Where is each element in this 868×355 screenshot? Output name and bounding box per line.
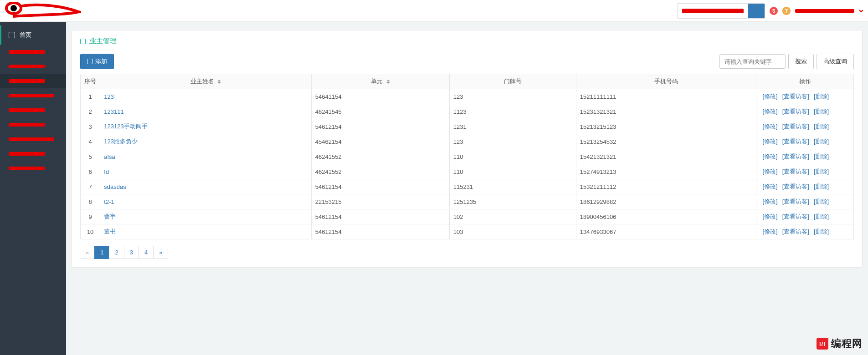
- sidebar-item-redacted-3-active[interactable]: [0, 74, 66, 88]
- edit-link[interactable]: [修改]: [762, 108, 777, 115]
- view-visitor-link[interactable]: [查看访客]: [782, 108, 809, 115]
- cell-ops: [修改][查看访客][删除]: [756, 164, 854, 179]
- cell-ops: [修改][查看访客][删除]: [756, 104, 854, 119]
- owner-link[interactable]: 董书: [104, 228, 116, 235]
- cell-name: 123: [100, 89, 312, 104]
- table-row: 212311146241545112315231321321[修改][查看访客]…: [81, 104, 854, 119]
- label-redacted: [9, 123, 45, 127]
- search-button[interactable]: 搜索: [788, 54, 814, 69]
- view-visitor-link[interactable]: [查看访客]: [782, 123, 809, 130]
- view-visitor-link[interactable]: [查看访客]: [782, 183, 809, 190]
- owner-link[interactable]: 123123手动阀手: [104, 123, 147, 130]
- advanced-search-button[interactable]: 高级查询: [817, 54, 854, 69]
- view-visitor-link[interactable]: [查看访客]: [782, 168, 809, 175]
- page-1: 1: [95, 246, 109, 259]
- cell-name: 123123手动阀手: [100, 119, 312, 134]
- table-row: 5afsa4624155211015421321321[修改][查看访客][删除…: [81, 149, 854, 164]
- edit-link[interactable]: [修改]: [762, 213, 777, 220]
- page-1-link[interactable]: 1: [94, 246, 109, 259]
- cell-phone: 13476933067: [576, 224, 756, 239]
- owner-link[interactable]: sdasdas: [104, 183, 126, 190]
- owner-link[interactable]: fd: [104, 168, 109, 175]
- view-visitor-link[interactable]: [查看访客]: [782, 198, 809, 205]
- cell-unit: 46241552: [311, 149, 449, 164]
- cell-door: 115231: [449, 179, 576, 194]
- view-visitor-link[interactable]: [查看访客]: [782, 213, 809, 220]
- sidebar-item-redacted-5[interactable]: [0, 103, 66, 117]
- sidebar-item-redacted-4[interactable]: [0, 88, 66, 103]
- view-visitor-link[interactable]: [查看访客]: [782, 153, 809, 160]
- page-next-link[interactable]: »: [153, 246, 168, 259]
- cell-name: 曹宇: [100, 209, 312, 224]
- delete-link[interactable]: [删除]: [814, 183, 829, 190]
- cell-name: t2-1: [100, 194, 312, 209]
- caret-down-icon[interactable]: [859, 9, 863, 13]
- sidebar-item-redacted-9[interactable]: [0, 161, 66, 176]
- edit-link[interactable]: [修改]: [762, 123, 777, 130]
- delete-link[interactable]: [删除]: [814, 198, 829, 205]
- th-phone[interactable]: 手机号码: [576, 74, 756, 89]
- logo-redacted: [4, 2, 81, 20]
- owner-link[interactable]: 123胜多负少: [104, 138, 138, 145]
- cell-door: 1231: [449, 119, 576, 134]
- sidebar-item-redacted-6[interactable]: [0, 117, 66, 132]
- view-visitor-link[interactable]: [查看访客]: [782, 228, 809, 235]
- cell-phone: 15211111111: [576, 89, 756, 104]
- cell-door: 110: [449, 164, 576, 179]
- cell-seq: 4: [81, 134, 100, 149]
- sidebar-item-home[interactable]: 首页: [0, 25, 66, 45]
- watermark: l/l 编程网: [817, 337, 863, 350]
- table-row: 3123123手动阀手54612154123115213215123[修改][查…: [81, 119, 854, 134]
- add-icon: [87, 59, 92, 64]
- view-visitor-link[interactable]: [查看访客]: [782, 93, 809, 100]
- th-ops: 操作: [756, 74, 854, 89]
- owner-link[interactable]: 123111: [104, 108, 123, 115]
- owner-link[interactable]: 123: [104, 93, 114, 100]
- sidebar-item-redacted-2[interactable]: [0, 59, 66, 74]
- th-seq[interactable]: 序号: [81, 74, 100, 89]
- messages-badge[interactable]: 7: [782, 7, 791, 15]
- delete-link[interactable]: [删除]: [814, 213, 829, 220]
- delete-link[interactable]: [删除]: [814, 168, 829, 175]
- view-visitor-link[interactable]: [查看访客]: [782, 138, 809, 145]
- page-2-link[interactable]: 2: [109, 246, 124, 259]
- edit-link[interactable]: [修改]: [762, 93, 777, 100]
- cell-unit: 54612154: [311, 224, 449, 239]
- add-button[interactable]: 添加: [80, 54, 114, 69]
- cell-phone: 15321211112: [576, 179, 756, 194]
- delete-link[interactable]: [删除]: [814, 123, 829, 130]
- sidebar-item-redacted-1[interactable]: [0, 45, 66, 59]
- topsearch-button[interactable]: [748, 4, 765, 18]
- delete-link[interactable]: [删除]: [814, 93, 829, 100]
- sidebar-item-redacted-7[interactable]: [0, 132, 66, 147]
- edit-link[interactable]: [修改]: [762, 138, 777, 145]
- page-4: 4: [139, 246, 154, 259]
- edit-link[interactable]: [修改]: [762, 228, 777, 235]
- cell-seq: 7: [81, 179, 100, 194]
- notifications-badge[interactable]: 5: [770, 7, 778, 15]
- owner-link[interactable]: 曹宇: [104, 213, 116, 220]
- search-input[interactable]: [719, 54, 786, 69]
- th-door[interactable]: 门牌号: [449, 74, 576, 89]
- owner-link[interactable]: afsa: [104, 153, 115, 160]
- delete-link[interactable]: [删除]: [814, 228, 829, 235]
- edit-link[interactable]: [修改]: [762, 198, 777, 205]
- owner-link[interactable]: t2-1: [104, 198, 114, 205]
- edit-link[interactable]: [修改]: [762, 153, 777, 160]
- th-unit[interactable]: 单元: [311, 74, 449, 89]
- page-prev-link[interactable]: «: [80, 246, 95, 259]
- user-menu-redacted[interactable]: [795, 9, 854, 13]
- th-name[interactable]: 业主姓名: [100, 74, 312, 89]
- edit-link[interactable]: [修改]: [762, 183, 777, 190]
- page-next: »: [154, 246, 168, 259]
- delete-link[interactable]: [删除]: [814, 153, 829, 160]
- cell-ops: [修改][查看访客][删除]: [756, 134, 854, 149]
- edit-link[interactable]: [修改]: [762, 168, 777, 175]
- label-redacted: [9, 79, 45, 83]
- page-3-link[interactable]: 3: [124, 246, 139, 259]
- delete-link[interactable]: [删除]: [814, 108, 829, 115]
- page-4-link[interactable]: 4: [139, 246, 154, 259]
- sidebar-item-redacted-8[interactable]: [0, 147, 66, 161]
- delete-link[interactable]: [删除]: [814, 138, 829, 145]
- panel-title-icon: [80, 39, 86, 44]
